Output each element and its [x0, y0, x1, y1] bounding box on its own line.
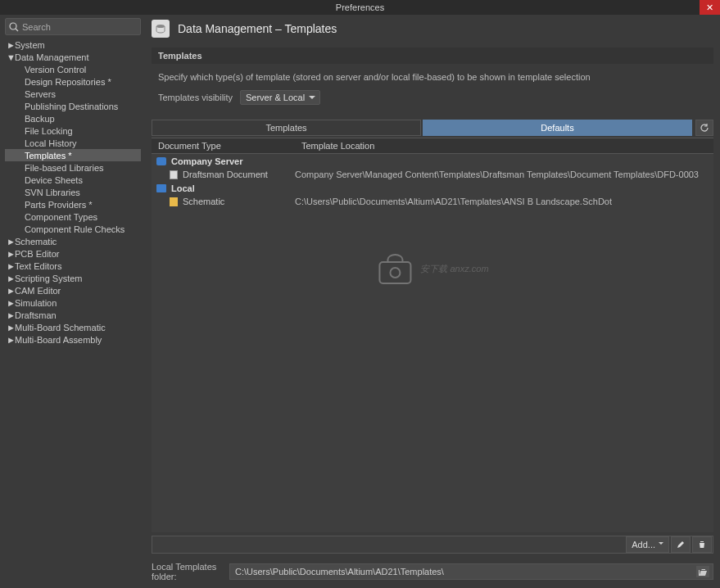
edit-button[interactable]	[671, 536, 691, 553]
sidebar: ►System▼Data Management►Version Control►…	[0, 15, 143, 588]
tree-item-label: SVN Libraries	[25, 188, 80, 197]
tree-caret[interactable]: ►	[7, 310, 15, 320]
tree-caret[interactable]: ►	[7, 274, 15, 283]
tree-item[interactable]: ►Servers	[5, 88, 141, 100]
tree-item[interactable]: ►Draftsman	[5, 309, 141, 321]
svg-rect-3	[379, 262, 410, 283]
tree-item-label: Component Types	[25, 212, 97, 222]
tree-caret[interactable]: ►	[7, 335, 15, 345]
tree-item-label: File-based Libraries	[25, 163, 104, 173]
tree-item[interactable]: ►Parts Providers *	[5, 198, 141, 210]
tree-caret[interactable]: ►	[7, 323, 15, 332]
tree-item-label: Multi-Board Assembly	[15, 335, 102, 345]
tree-item-label: Servers	[25, 89, 56, 99]
tree-item-label: Device Sheets	[25, 175, 83, 185]
delete-button[interactable]	[692, 536, 712, 553]
col-document-type[interactable]: Document Type	[152, 138, 295, 153]
tree-item[interactable]: ►Publishing Destinations	[5, 100, 141, 112]
visibility-dropdown[interactable]: Server & Local	[240, 90, 320, 105]
tree-item-label: File Locking	[25, 126, 73, 136]
template-row[interactable]: SchematicC:\Users\Public\Documents\Altiu…	[152, 195, 713, 208]
window-title: Preferences	[336, 2, 384, 12]
tree-item[interactable]: ►Local History	[5, 137, 141, 149]
tree-item[interactable]: ►Component Rule Checks	[5, 223, 141, 235]
tree-item[interactable]: ►System	[5, 38, 141, 51]
tree-item-label: CAM Editor	[15, 286, 61, 296]
grid-header: Document Type Template Location	[152, 138, 713, 154]
close-button[interactable]: ✕	[700, 0, 720, 15]
tree-item-label: Parts Providers *	[25, 200, 93, 210]
svg-point-4	[390, 268, 400, 278]
search-input[interactable]	[22, 22, 137, 32]
tab-templates[interactable]: Templates	[152, 120, 421, 136]
tree-item[interactable]: ►Simulation	[5, 296, 141, 309]
tree-item[interactable]: ►Version Control	[5, 63, 141, 75]
document-type: Schematic	[183, 197, 224, 206]
nav-tree: ►System▼Data Management►Version Control►…	[5, 38, 141, 588]
tree-item[interactable]: ►Text Editors	[5, 260, 141, 272]
tree-item-label: Backup	[25, 114, 55, 124]
template-row[interactable]: Draftsman DocumentCompany Server\Managed…	[152, 168, 713, 181]
tree-caret[interactable]: ►	[7, 298, 15, 308]
local-folder-label: Local Templates folder:	[152, 562, 229, 581]
tree-item[interactable]: ►CAM Editor	[5, 284, 141, 296]
tree-item[interactable]: ►Design Repositories *	[5, 75, 141, 88]
page-title: Data Management – Templates	[178, 22, 337, 35]
tree-item-label: System	[15, 40, 45, 50]
tree-item[interactable]: ►Schematic	[5, 235, 141, 247]
group-row[interactable]: Company Server	[152, 154, 713, 168]
grid-body: 安下载 anxz.com Company ServerDraftsman Doc…	[152, 154, 713, 532]
template-location: Company Server\Managed Content\Templates…	[295, 170, 713, 179]
col-template-location[interactable]: Template Location	[295, 138, 713, 153]
tree-item-label: Local History	[25, 138, 77, 148]
svg-point-0	[10, 23, 16, 29]
tree-item-label: Component Rule Checks	[25, 224, 125, 234]
tab-defaults[interactable]: Defaults	[423, 120, 692, 136]
tree-item-label: Simulation	[15, 298, 57, 308]
main-panel: Data Management – Templates Templates Sp…	[143, 15, 720, 588]
tree-item[interactable]: ►File-based Libraries	[5, 161, 141, 174]
tree-item[interactable]: ►Scripting System	[5, 272, 141, 284]
tree-caret[interactable]: ►	[7, 261, 15, 271]
browse-folder-button[interactable]	[696, 566, 709, 577]
group-row[interactable]: Local	[152, 181, 713, 195]
watermark: 安下载 anxz.com	[376, 252, 488, 285]
page-icon	[152, 20, 170, 38]
tree-item[interactable]: ▼Data Management	[5, 51, 141, 63]
visibility-label: Templates visibility	[158, 93, 240, 102]
tree-item[interactable]: ►Component Types	[5, 210, 141, 223]
tree-item[interactable]: ►Backup	[5, 112, 141, 124]
svg-line-1	[16, 29, 18, 31]
local-folder-path[interactable]: C:\Users\Public\Documents\Altium\AD21\Te…	[229, 563, 713, 580]
section-description: Specify which type(s) of template (store…	[158, 72, 707, 82]
tree-item[interactable]: ►PCB Editor	[5, 247, 141, 260]
tree-item[interactable]: ►Device Sheets	[5, 174, 141, 186]
tree-item-label: Schematic	[15, 237, 57, 247]
tree-caret[interactable]: ►	[7, 249, 15, 259]
tree-item-label: Draftsman	[15, 310, 57, 320]
tree-item[interactable]: ►SVN Libraries	[5, 186, 141, 198]
tree-item-label: Text Editors	[15, 261, 61, 271]
refresh-icon	[700, 123, 709, 133]
tree-item-label: Multi-Board Schematic	[15, 323, 106, 332]
tree-item[interactable]: ►File Locking	[5, 124, 141, 137]
tree-caret[interactable]: ►	[7, 40, 15, 50]
group-label: Local	[171, 183, 195, 193]
refresh-button[interactable]	[695, 120, 713, 136]
tree-item[interactable]: ►Multi-Board Schematic	[5, 321, 141, 333]
tree-caret[interactable]: ►	[7, 286, 15, 296]
trash-icon	[698, 541, 706, 549]
document-type: Draftsman Document	[183, 170, 268, 179]
tree-caret[interactable]: ▼	[7, 52, 15, 62]
search-box[interactable]	[5, 18, 141, 35]
tree-caret[interactable]: ►	[7, 237, 15, 247]
tree-item-label: PCB Editor	[15, 249, 59, 259]
action-bar: Add...	[152, 536, 713, 554]
pencil-icon	[677, 541, 685, 549]
tree-item[interactable]: ►Templates *	[5, 149, 141, 161]
tree-item-label: Templates *	[25, 151, 71, 161]
svg-point-2	[156, 25, 165, 28]
tree-item-label: Scripting System	[15, 274, 83, 283]
tree-item[interactable]: ►Multi-Board Assembly	[5, 333, 141, 346]
add-button[interactable]: Add...	[626, 536, 669, 553]
